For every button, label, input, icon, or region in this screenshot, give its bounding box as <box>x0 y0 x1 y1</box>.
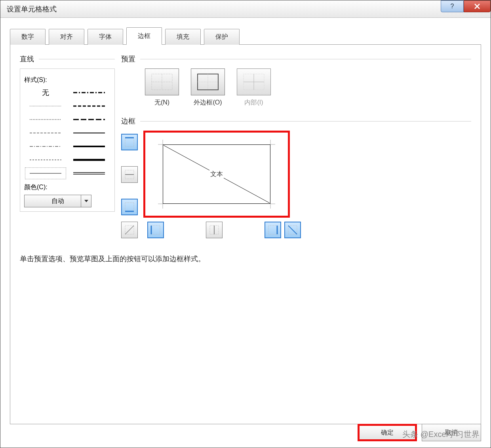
style-label: 样式(S): <box>24 76 110 84</box>
border-hmiddle-button[interactable] <box>121 166 138 183</box>
titlebar: 设置单元格格式 ? <box>0 0 491 18</box>
border-title: 边框 <box>121 116 135 126</box>
svg-rect-28 <box>125 203 134 211</box>
svg-rect-33 <box>151 226 160 234</box>
dialog-buttons: 确定 取消 <box>358 424 481 441</box>
cancel-button[interactable]: 取消 <box>422 424 481 441</box>
preset-row: 无(N) 外边框(O) 内部(I) <box>121 68 471 107</box>
color-label: 颜色(C): <box>24 183 110 192</box>
color-dropdown[interactable]: 自动 <box>24 195 91 207</box>
style-thick[interactable] <box>69 140 110 152</box>
close-button[interactable] <box>464 0 491 12</box>
color-value: 自动 <box>51 197 64 205</box>
border-panel: 直线 样式(S): 无 <box>10 44 481 424</box>
preview-text: 文本 <box>209 170 224 178</box>
style-dotted-fine[interactable] <box>25 100 66 112</box>
tab-alignment[interactable]: 对齐 <box>49 29 84 45</box>
format-cells-dialog: 设置单元格格式 ? 数字 对齐 字体 边框 填充 保护 直线 <box>0 0 491 448</box>
style-thin-selected[interactable] <box>25 167 66 179</box>
style-dash-dot[interactable] <box>25 140 66 152</box>
border-preview-highlight: 文本 <box>143 131 290 218</box>
style-dash-short[interactable] <box>25 154 66 166</box>
dropdown-arrow-icon <box>81 195 91 207</box>
style-long-dash-thick[interactable] <box>69 114 110 125</box>
svg-line-40 <box>288 226 297 234</box>
style-double[interactable] <box>69 167 110 179</box>
preset-none-button[interactable] <box>145 68 179 95</box>
preset-outline-label: 外边框(O) <box>191 99 225 107</box>
style-dashed[interactable] <box>25 127 66 139</box>
style-none[interactable]: 无 <box>25 87 66 99</box>
border-top-button[interactable] <box>121 134 138 150</box>
tab-number[interactable]: 数字 <box>10 29 46 45</box>
right-column: 预置 无(N) 外边框(O) <box>115 54 471 238</box>
style-dash-dot-thick[interactable] <box>69 87 110 99</box>
border-left-button[interactable] <box>147 222 164 238</box>
preset-outline-button[interactable] <box>191 68 225 95</box>
preset-inside-button[interactable] <box>237 68 271 95</box>
svg-rect-24 <box>125 138 134 146</box>
border-diag-down-button[interactable] <box>284 222 301 238</box>
border-bottom-button[interactable] <box>121 199 138 215</box>
preset-none-label: 无(N) <box>145 99 179 107</box>
tab-border[interactable]: 边框 <box>126 27 162 45</box>
svg-text:?: ? <box>451 3 454 9</box>
line-style-grid[interactable]: 无 <box>24 86 110 180</box>
style-dotted[interactable] <box>25 114 66 125</box>
help-button[interactable]: ? <box>441 0 464 12</box>
ok-button[interactable]: 确定 <box>358 424 417 441</box>
preset-inside-label: 内部(I) <box>237 99 271 107</box>
line-group-title: 直线 <box>20 54 34 64</box>
svg-rect-37 <box>268 226 277 234</box>
line-column: 直线 样式(S): 无 <box>20 54 115 238</box>
style-medium[interactable] <box>69 127 110 139</box>
preset-title: 预置 <box>121 54 135 64</box>
border-diag-up-button[interactable] <box>121 222 138 238</box>
hint-text: 单击预置选项、预览草图及上面的按钮可以添加边框样式。 <box>20 254 471 264</box>
tab-row: 数字 对齐 字体 边框 填充 保护 <box>10 27 481 45</box>
content-area: 数字 对齐 字体 边框 填充 保护 直线 样式(S): 无 <box>0 18 491 448</box>
dialog-title: 设置单元格格式 <box>7 4 57 14</box>
tab-font[interactable]: 字体 <box>88 29 123 45</box>
border-preview[interactable]: 文本 <box>156 139 277 209</box>
svg-line-32 <box>125 226 134 234</box>
tab-protection[interactable]: 保护 <box>204 29 240 45</box>
border-vmiddle-button[interactable] <box>206 222 223 238</box>
border-right-button[interactable] <box>265 222 281 238</box>
style-dashed-thick[interactable] <box>69 100 110 112</box>
title-controls: ? <box>441 0 491 17</box>
tab-fill[interactable]: 填充 <box>165 29 201 45</box>
style-thicker[interactable] <box>69 154 110 166</box>
